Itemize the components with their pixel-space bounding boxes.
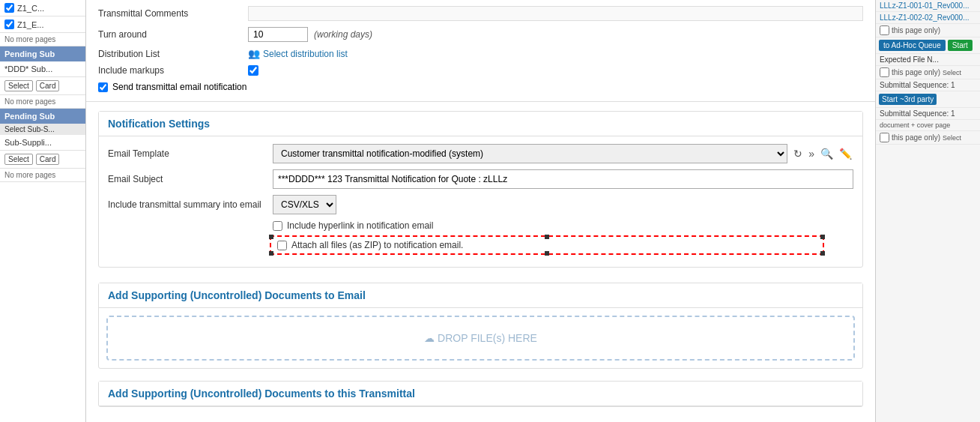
include-markups-row: Include markups: [98, 65, 863, 76]
notification-settings-section: Notification Settings Email Template Cus…: [98, 111, 863, 268]
send-transmittal-label: Send transmittal email notification: [112, 82, 246, 92]
include-summary-row: Include transmittal summary into email C…: [108, 195, 853, 214]
right-control-row-2: Start ~3rd party: [876, 91, 980, 108]
select-card-row-1: Select Card: [0, 77, 85, 95]
card-btn-2[interactable]: Card: [36, 154, 60, 165]
notification-settings-title: Notification Settings: [108, 118, 210, 130]
supporting-docs-email-header: Add Supporting (Uncontrolled) Documents …: [99, 283, 862, 308]
right-file-1: LLLz-Z1-001-01_Rev000...: [876, 0, 980, 12]
ddd-sub-label: *DDD* Sub...: [4, 64, 52, 73]
notification-settings-body: Email Template Customer transmittal noti…: [99, 136, 862, 267]
search-icon[interactable]: 🔍: [819, 146, 835, 161]
select-btn-1[interactable]: Select: [4, 80, 33, 91]
card-btn-1[interactable]: Card: [36, 80, 60, 91]
right-control-row-1: to Ad-Hoc Queue Start: [876, 37, 980, 54]
distribution-list-row: Distribution List 👥 Select distribution …: [98, 48, 863, 59]
expected-file-label: Expected File N...: [876, 54, 980, 66]
pending-sub-2: Pending Sub: [0, 109, 85, 124]
pending-sub-1: Pending Sub: [0, 46, 85, 61]
right-this-page-3: this page only) Select: [876, 131, 980, 145]
top-section: Transmittal Comments Turn around (workin…: [86, 0, 875, 102]
notification-settings-header: Notification Settings: [99, 112, 862, 136]
right-this-page-label-1: this page only): [892, 26, 940, 34]
no-more-pages-1: No more pages: [0, 33, 85, 46]
email-template-select[interactable]: Customer transmittal notification-modifi…: [273, 144, 787, 163]
to-adhoc-queue-btn[interactable]: to Ad-Hoc Queue: [879, 40, 946, 51]
handle-tr: [820, 235, 825, 239]
turnaround-input[interactable]: [248, 27, 308, 42]
right-select-label-2: Select: [943, 69, 961, 76]
include-markups-label: Include markups: [98, 65, 248, 76]
send-transmittal-checkbox[interactable]: [98, 82, 108, 92]
handle-tm: [545, 235, 549, 239]
email-subject-label: Email Subject: [108, 174, 273, 184]
select-btn-2[interactable]: Select: [4, 154, 33, 165]
transmittal-comments-row: Transmittal Comments: [98, 6, 863, 21]
file-z1e-label: Z1_E...: [17, 20, 43, 29]
upload-icon: ☁: [424, 332, 435, 344]
include-summary-select[interactable]: CSV/XLS: [273, 195, 336, 214]
include-hyperlink-label: Include hyperlink in notification email: [287, 220, 433, 231]
right-select-label-3: Select: [943, 134, 961, 142]
edit-icon[interactable]: ✏️: [838, 146, 853, 161]
drop-zone[interactable]: ☁ DROP FILE(s) HERE: [106, 316, 855, 361]
right-this-page-2: this page only) Select: [876, 66, 980, 79]
turnaround-row: Turn around (working days): [98, 27, 863, 42]
ddd-sub-item: *DDD* Sub...: [0, 61, 85, 77]
email-subject-input[interactable]: [273, 169, 853, 189]
main-content: Transmittal Comments Turn around (workin…: [86, 0, 875, 422]
right-this-page-checkbox-1[interactable]: [880, 25, 889, 35]
file-z1c-checkbox[interactable]: [4, 3, 14, 13]
right-this-page-label-2: this page only): [892, 68, 940, 76]
handle-bm: [545, 251, 549, 256]
attach-files-label: Attach all files (as ZIP) to notificatio…: [291, 240, 463, 250]
supporting-docs-transmittal-title: Add Supporting (Uncontrolled) Documents …: [108, 388, 415, 400]
distribution-list-label: Distribution List: [98, 49, 248, 59]
handle-bl: [269, 251, 273, 256]
supporting-docs-transmittal-section: Add Supporting (Uncontrolled) Documents …: [98, 381, 863, 407]
select-card-row-2: Select Card: [0, 151, 85, 169]
email-subject-row: Email Subject: [108, 169, 853, 189]
submittal-seq-2: Submittal Sequence: 1: [876, 108, 980, 120]
handle-br: [820, 251, 825, 256]
right-this-page-checkbox-3[interactable]: [880, 133, 889, 142]
send-transmittal-row: Send transmittal email notification: [98, 82, 863, 92]
transmittal-comments-label: Transmittal Comments: [98, 8, 248, 19]
template-icons: ↻ » 🔍 ✏️: [792, 146, 853, 161]
select-distribution-list-link[interactable]: Select distribution list: [263, 49, 348, 59]
drop-zone-text: DROP FILE(s) HERE: [438, 332, 537, 344]
right-this-page-label-3: this page only): [892, 133, 940, 142]
working-days-label: (working days): [314, 29, 372, 40]
email-template-row: Email Template Customer transmittal noti…: [108, 144, 853, 163]
right-this-page-checkbox-2[interactable]: [880, 67, 889, 77]
no-more-pages-3: No more pages: [0, 169, 85, 182]
include-markups-checkbox[interactable]: [248, 65, 258, 76]
right-this-page-1: this page only): [876, 24, 980, 37]
file-item-z1c: Z1_C...: [0, 0, 85, 16]
forward-icon[interactable]: »: [807, 146, 816, 161]
supporting-docs-transmittal-header: Add Supporting (Uncontrolled) Documents …: [99, 382, 862, 406]
start-btn-1[interactable]: Start: [948, 40, 973, 51]
file-item-z1e: Z1_E...: [0, 16, 85, 33]
include-summary-label: Include transmittal summary into email: [108, 199, 273, 210]
attach-files-box: Attach all files (as ZIP) to notificatio…: [270, 235, 824, 255]
refresh-icon[interactable]: ↻: [792, 146, 804, 161]
attach-files-row: Attach all files (as ZIP) to notificatio…: [108, 235, 853, 255]
sub-suppli-label: Sub-Suppli...: [4, 138, 52, 147]
left-sidebar: Z1_C... Z1_E... No more pages Pending Su…: [0, 0, 86, 422]
file-z1e-checkbox[interactable]: [4, 19, 14, 29]
include-hyperlink-checkbox[interactable]: [273, 221, 282, 231]
start-3rd-btn[interactable]: Start ~3rd party: [879, 94, 937, 105]
supporting-docs-email-title: Add Supporting (Uncontrolled) Documents …: [108, 289, 366, 301]
attach-files-checkbox[interactable]: [277, 241, 287, 250]
include-hyperlink-row: Include hyperlink in notification email: [108, 220, 853, 231]
people-icon: 👥: [248, 48, 260, 59]
handle-tl: [269, 235, 273, 239]
select-sub-label: Select Sub-S...: [0, 124, 85, 135]
no-more-pages-2: No more pages: [0, 95, 85, 109]
right-sidebar: LLLz-Z1-001-01_Rev000... LLLz-Z1-002-02_…: [875, 0, 980, 422]
file-z1c-label: Z1_C...: [17, 4, 44, 13]
supporting-docs-email-section: Add Supporting (Uncontrolled) Documents …: [98, 283, 863, 369]
right-file-2: LLLz-Z1-002-02_Rev000...: [876, 12, 980, 24]
turnaround-label: Turn around: [98, 29, 248, 40]
